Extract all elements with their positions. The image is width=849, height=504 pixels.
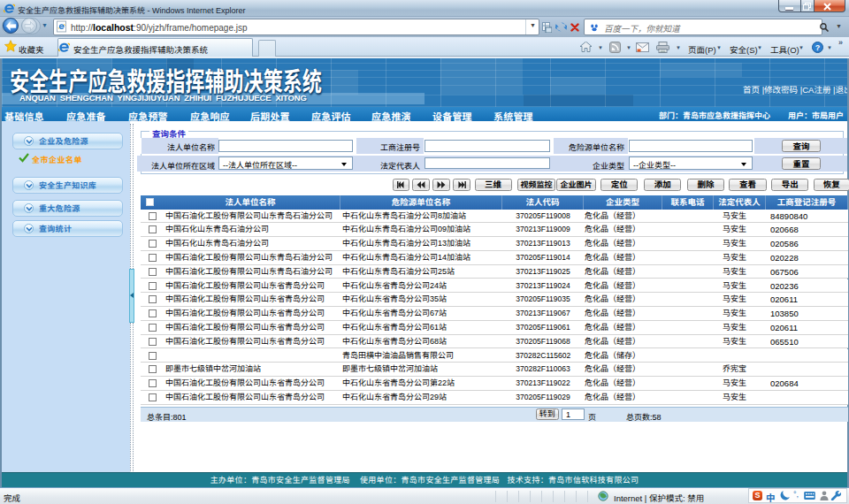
svg-text:?: ? <box>815 43 821 52</box>
